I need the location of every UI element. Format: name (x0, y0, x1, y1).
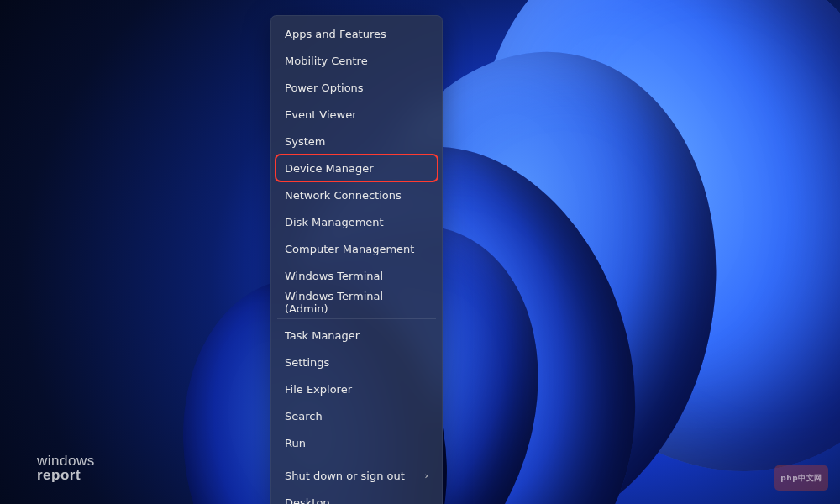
watermark-line1: windows (37, 454, 95, 468)
menu-item-label: File Explorer (285, 383, 352, 396)
menu-item-power-options[interactable]: Power Options (276, 74, 438, 101)
menu-item-label: Windows Terminal (285, 270, 383, 282)
menu-item-windows-terminal[interactable]: Windows Terminal (276, 262, 438, 289)
menu-item-settings[interactable]: Settings (276, 349, 438, 375)
winx-context-menu: Apps and FeaturesMobility CentrePower Op… (270, 15, 443, 504)
menu-item-windows-terminal-admin[interactable]: Windows Terminal (Admin) (276, 289, 438, 316)
menu-item-label: System (285, 135, 325, 148)
menu-item-label: Computer Management (285, 243, 414, 255)
menu-item-label: Device Manager (285, 162, 374, 175)
menu-item-event-viewer[interactable]: Event Viewer (276, 101, 438, 128)
chevron-right-icon: › (425, 470, 428, 481)
menu-item-computer-management[interactable]: Computer Management (276, 235, 438, 262)
menu-item-task-manager[interactable]: Task Manager (276, 322, 438, 349)
menu-item-file-explorer[interactable]: File Explorer (276, 375, 438, 402)
watermark-php-cn: php中文网 (774, 465, 828, 491)
menu-item-device-manager[interactable]: Device Manager (276, 155, 438, 181)
menu-item-label: Shut down or sign out (285, 470, 405, 482)
menu-item-label: Search (285, 410, 323, 423)
menu-item-system[interactable]: System (276, 128, 438, 155)
menu-item-desktop[interactable]: Desktop (276, 489, 438, 504)
menu-item-label: Windows Terminal (Admin) (285, 290, 428, 315)
menu-item-label: Task Manager (285, 329, 360, 342)
menu-item-label: Network Connections (285, 189, 402, 202)
menu-item-label: Power Options (285, 81, 364, 94)
menu-separator (277, 459, 436, 459)
menu-item-label: Disk Management (285, 216, 384, 228)
menu-item-label: Event Viewer (285, 108, 357, 121)
menu-item-label: Settings (285, 356, 329, 369)
menu-item-label: Apps and Features (285, 28, 386, 40)
menu-item-apps-and-features[interactable]: Apps and Features (276, 20, 438, 47)
menu-item-disk-management[interactable]: Disk Management (276, 208, 438, 235)
menu-item-search[interactable]: Search (276, 402, 438, 429)
menu-item-label: Desktop (285, 496, 330, 505)
menu-item-shut-down-or-sign-out[interactable]: Shut down or sign out› (276, 462, 438, 489)
menu-item-run[interactable]: Run (276, 429, 438, 456)
menu-item-label: Run (285, 437, 306, 449)
watermark-line2: report (37, 468, 95, 482)
menu-item-label: Mobility Centre (285, 55, 368, 67)
watermark-windows-report: windows report (37, 454, 95, 482)
menu-item-network-connections[interactable]: Network Connections (276, 181, 438, 208)
menu-item-mobility-centre[interactable]: Mobility Centre (276, 47, 438, 74)
menu-separator (277, 318, 436, 319)
